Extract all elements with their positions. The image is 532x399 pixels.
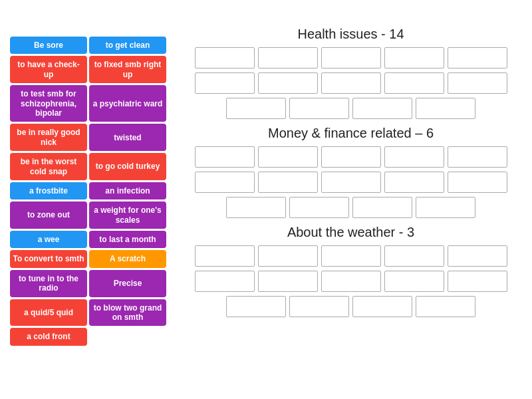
drop-row-weather-2 [176, 296, 525, 317]
drop-box[interactable] [289, 296, 349, 317]
drop-box[interactable] [384, 47, 444, 68]
drop-box[interactable] [384, 245, 444, 267]
word-tile-t20[interactable]: Precise [89, 270, 166, 297]
word-tile-t7[interactable]: be in really good nick [10, 124, 87, 151]
drop-box[interactable] [226, 98, 286, 119]
drop-box[interactable] [258, 245, 318, 267]
drop-box[interactable] [321, 172, 381, 193]
category-title-health: Health issues - 14 [176, 27, 525, 42]
drop-box[interactable] [448, 271, 507, 292]
category-title-weather: About the weather - 3 [176, 225, 525, 240]
drop-row-weather-0 [176, 245, 525, 267]
drop-box[interactable] [289, 197, 349, 218]
drop-box[interactable] [195, 245, 255, 267]
word-tile-t8[interactable]: twisted [89, 124, 166, 151]
word-tile-t3[interactable]: to have a check-up [10, 56, 87, 83]
drop-box[interactable] [258, 47, 318, 68]
word-tile-t21[interactable]: a quid/5 quid [10, 299, 87, 327]
category-section-weather: About the weather - 3 [176, 225, 525, 317]
drop-box[interactable] [448, 245, 507, 267]
drop-box[interactable] [416, 98, 475, 119]
drop-box[interactable] [384, 72, 444, 94]
drop-row-health-2 [176, 98, 525, 119]
drop-row-weather-1 [176, 271, 525, 292]
drop-box[interactable] [321, 47, 381, 68]
drop-box[interactable] [321, 72, 381, 94]
drop-box[interactable] [416, 296, 475, 317]
word-tile-t23[interactable]: a cold front [10, 328, 87, 345]
word-tile-t13[interactable]: to zone out [10, 201, 87, 229]
drop-row-health-1 [176, 72, 525, 94]
drop-box[interactable] [352, 197, 412, 218]
drop-box[interactable] [384, 271, 444, 292]
drop-box[interactable] [226, 296, 286, 317]
drop-box[interactable] [448, 172, 507, 193]
drop-box[interactable] [448, 146, 507, 168]
word-tile-t4[interactable]: to fixed smb right up [89, 56, 166, 83]
drop-zones-panel: Health issues - 14Money & finance relate… [176, 27, 525, 324]
drop-box[interactable] [384, 146, 444, 168]
word-tile-t16[interactable]: to last a month [89, 231, 166, 248]
word-tiles-panel: Be soreto get cleanto have a check-upto … [10, 37, 170, 346]
drop-box[interactable] [195, 47, 255, 68]
drop-box[interactable] [352, 296, 412, 317]
word-tile-t1[interactable]: Be sore [10, 37, 87, 54]
drop-box[interactable] [384, 172, 444, 193]
word-tile-t11[interactable]: a frostbite [10, 182, 87, 200]
word-tile-t10[interactable]: to go cold turkey [89, 153, 166, 180]
word-tile-t5[interactable]: to test smb for schizophrenia, bipolar [10, 85, 87, 122]
category-section-health: Health issues - 14 [176, 27, 525, 119]
category-title-money: Money & finance related – 6 [176, 126, 525, 141]
drop-box[interactable] [195, 271, 255, 292]
drop-box[interactable] [416, 197, 475, 218]
drop-box[interactable] [226, 197, 286, 218]
drop-box[interactable] [258, 146, 318, 168]
word-tile-t12[interactable]: an infection [89, 182, 166, 200]
drop-box[interactable] [448, 72, 507, 94]
drop-row-money-2 [176, 197, 525, 218]
drop-row-health-0 [176, 47, 525, 68]
word-tile-t2[interactable]: to get clean [89, 37, 166, 54]
drop-box[interactable] [258, 271, 318, 292]
category-section-money: Money & finance related – 6 [176, 126, 525, 218]
word-tile-t17[interactable]: To convert to smth [10, 250, 87, 267]
drop-box[interactable] [258, 172, 318, 193]
drop-box[interactable] [195, 72, 255, 94]
drop-box[interactable] [321, 271, 381, 292]
word-tile-t22[interactable]: to blow two grand on smth [89, 299, 166, 327]
word-tile-t6[interactable]: a psychiatric ward [89, 85, 166, 122]
drop-box[interactable] [448, 47, 507, 68]
drop-box[interactable] [258, 72, 318, 94]
drop-box[interactable] [352, 98, 412, 119]
drop-box[interactable] [195, 146, 255, 168]
word-tile-t19[interactable]: to tune in to the radio [10, 270, 87, 297]
drop-box[interactable] [321, 245, 381, 267]
drop-row-money-1 [176, 172, 525, 193]
drop-row-money-0 [176, 146, 525, 168]
drop-box[interactable] [195, 172, 255, 193]
word-tile-t9[interactable]: be in the worst cold snap [10, 153, 87, 180]
word-tile-t15[interactable]: a wee [10, 231, 87, 248]
drop-box[interactable] [289, 98, 349, 119]
word-tile-t18[interactable]: A scratch [89, 250, 166, 267]
word-tile-t14[interactable]: a weight for one's scales [89, 201, 166, 229]
drop-box[interactable] [321, 146, 381, 168]
